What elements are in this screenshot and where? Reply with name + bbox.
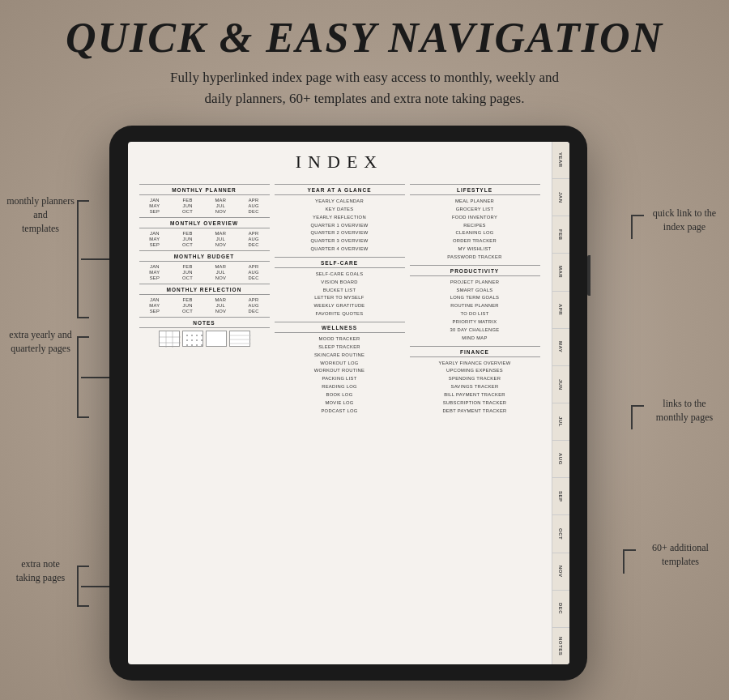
svg-point-7 (201, 335, 202, 336)
tab-oct[interactable]: OCT (552, 515, 569, 553)
bracket-right-vert1 (631, 215, 633, 239)
list-item[interactable]: BILL PAYMENT TRACKER (410, 391, 540, 399)
list-item[interactable]: SUBSCRIPTION TRACKER (410, 399, 540, 408)
list-item[interactable]: BUCKET LIST (275, 287, 405, 295)
list-item[interactable]: CLEANING LOG (410, 229, 540, 237)
list-item[interactable]: KEY DATES (275, 206, 405, 214)
bracket-top-left2 (77, 336, 89, 338)
bracket-mid-horz1 (81, 258, 109, 260)
list-item[interactable]: BOOK LOG (275, 391, 405, 399)
list-item[interactable]: MY WISHLIST (410, 245, 540, 254)
list-item[interactable]: SAVINGS TRACKER (410, 383, 540, 391)
list-item[interactable]: PODCAST LOG (275, 408, 405, 416)
svg-point-12 (186, 344, 188, 346)
list-item[interactable]: SPENDING TRACKER (410, 375, 540, 383)
monthly-budget-header: MONTHLY BUDGET (139, 250, 270, 262)
list-item[interactable]: PASSWORD TRACKER (410, 254, 540, 262)
list-item[interactable]: SKINCARE ROUTINE (275, 352, 405, 360)
tablet-button (587, 255, 590, 296)
bracket-mid-horz3 (81, 586, 109, 587)
finance-list: YEARLY FINANCE OVERVIEWUPCOMING EXPENSES… (410, 360, 540, 416)
year-at-glance-list: YEARLY CALENDARKEY DATESYEARLY REFLECTIO… (275, 198, 405, 254)
bracket-left-vert1 (77, 200, 79, 318)
list-item[interactable]: DEBT PAYMENT TRACKER (410, 408, 540, 416)
list-item[interactable]: LONG TERM GOALS (410, 294, 540, 302)
tab-mar[interactable]: MAR (552, 254, 569, 291)
list-item[interactable]: PROJECT PLANNER (410, 279, 540, 287)
list-item[interactable]: UPCOMING EXPENSES (410, 367, 540, 375)
list-item[interactable]: FOOD INVENTORY (410, 214, 540, 222)
list-item[interactable]: READING LOG (275, 383, 405, 391)
tab-dec[interactable]: DEC (552, 591, 569, 628)
tab-nov[interactable]: NOV (552, 553, 569, 591)
label-extra-yearly: extra yearly andquarterly pages (4, 328, 77, 356)
list-item[interactable]: YEARLY FINANCE OVERVIEW (410, 360, 540, 368)
col-2: YEAR AT A GLANCE YEARLY CALENDARKEY DATE… (275, 181, 405, 415)
tab-year[interactable]: YEAR (552, 142, 569, 179)
list-item[interactable]: TO DO LIST (410, 310, 540, 318)
list-item[interactable]: QUARTER 4 OVERVIEW (275, 245, 405, 254)
list-item[interactable]: MEAL PLANNER (410, 198, 540, 206)
monthly-planner-header: MONTHLY PLANNER (139, 184, 270, 195)
self-care-header: SELF-CARE (275, 257, 405, 268)
svg-point-5 (191, 335, 193, 336)
list-item[interactable]: GROCERY LIST (410, 206, 540, 214)
tab-notes[interactable]: NOTES (552, 628, 569, 664)
wellness-list: MOOD TRACKERSLEEP TRACKERSKINCARE ROUTIN… (275, 335, 405, 415)
productivity-list: PROJECT PLANNERSMART GOALSLONG TERM GOAL… (410, 279, 540, 343)
list-item[interactable]: SMART GOALS (410, 287, 540, 295)
tab-apr[interactable]: APR (552, 292, 569, 329)
monthly-overview-header: MONTHLY OVERVIEW (139, 217, 270, 228)
bracket-right-vert3 (623, 549, 625, 574)
bracket-top-left3 (77, 566, 89, 567)
bracket-bottom-left3 (77, 605, 89, 607)
svg-point-11 (201, 339, 202, 341)
tab-jul[interactable]: JUL (552, 403, 569, 441)
list-item[interactable]: MOVIE LOG (275, 399, 405, 408)
bracket-right-bottom (624, 549, 636, 551)
notes-boxes (139, 331, 270, 347)
tab-strip: YEAR JAN FEB MAR APR MAY JUN JUL AUG SEP… (552, 142, 569, 664)
list-item[interactable]: FAVORITE QUOTES (275, 310, 405, 318)
list-item[interactable]: WORKOUT ROUTINE (275, 367, 405, 375)
tab-aug[interactable]: AUG (552, 441, 569, 478)
bracket-right-mid (632, 405, 644, 407)
self-care-list: SELF-CARE GOALSVISION BOARDBUCKET LISTLE… (275, 271, 405, 318)
monthly-budget-grid: JAN FEB MAR APR MAY JUN JUL AUG SEP OCT … (139, 264, 270, 280)
list-item[interactable]: SLEEP TRACKER (275, 344, 405, 352)
list-item[interactable]: QUARTER 2 OVERVIEW (275, 229, 405, 237)
label-additional: 60+ additionaltemplates (636, 541, 725, 569)
list-item[interactable]: YEARLY CALENDAR (275, 198, 405, 206)
list-item[interactable]: WEEKLY GRATITUDE (275, 302, 405, 310)
tab-may[interactable]: MAY (552, 329, 569, 366)
tab-sep[interactable]: SEP (552, 478, 569, 515)
bracket-bottom-left1 (77, 317, 89, 318)
wellness-header: WELLNESS (275, 322, 405, 333)
list-item[interactable]: VISION BOARD (275, 279, 405, 287)
bracket-mid-horz2 (81, 377, 109, 378)
list-item[interactable]: MIND MAP (410, 335, 540, 343)
note-box-lined (229, 331, 250, 347)
tab-jan[interactable]: JAN (552, 179, 569, 216)
tablet-screen: INDEX MONTHLY PLANNER JAN FEB MAR APR MA… (128, 142, 569, 664)
label-extra-note: extra notetaking pages (4, 557, 77, 585)
list-item[interactable]: 30 DAY CHALLENGE (410, 327, 540, 335)
list-item[interactable]: MOOD TRACKER (275, 335, 405, 344)
list-item[interactable]: QUARTER 1 OVERVIEW (275, 222, 405, 230)
list-item[interactable]: ROUTINE PLANNER (410, 302, 540, 310)
list-item[interactable]: LETTER TO MYSELF (275, 294, 405, 302)
list-item[interactable]: WORKOUT LOG (275, 360, 405, 368)
svg-point-4 (186, 335, 188, 336)
list-item[interactable]: YEARLY REFLECTION (275, 214, 405, 222)
list-item[interactable]: RECIPES (410, 222, 540, 230)
bracket-right-vert2 (631, 405, 633, 429)
columns: MONTHLY PLANNER JAN FEB MAR APR MAY JUN … (139, 181, 540, 415)
list-item[interactable]: ORDER TRACKER (410, 237, 540, 245)
tab-feb[interactable]: FEB (552, 216, 569, 254)
lifestyle-list: MEAL PLANNERGROCERY LISTFOOD INVENTORYRE… (410, 198, 540, 262)
list-item[interactable]: SELF-CARE GOALS (275, 271, 405, 279)
list-item[interactable]: PRIORITY MATRIX (410, 318, 540, 327)
tab-jun[interactable]: JUN (552, 366, 569, 403)
list-item[interactable]: PACKING LIST (275, 375, 405, 383)
list-item[interactable]: QUARTER 3 OVERVIEW (275, 237, 405, 245)
